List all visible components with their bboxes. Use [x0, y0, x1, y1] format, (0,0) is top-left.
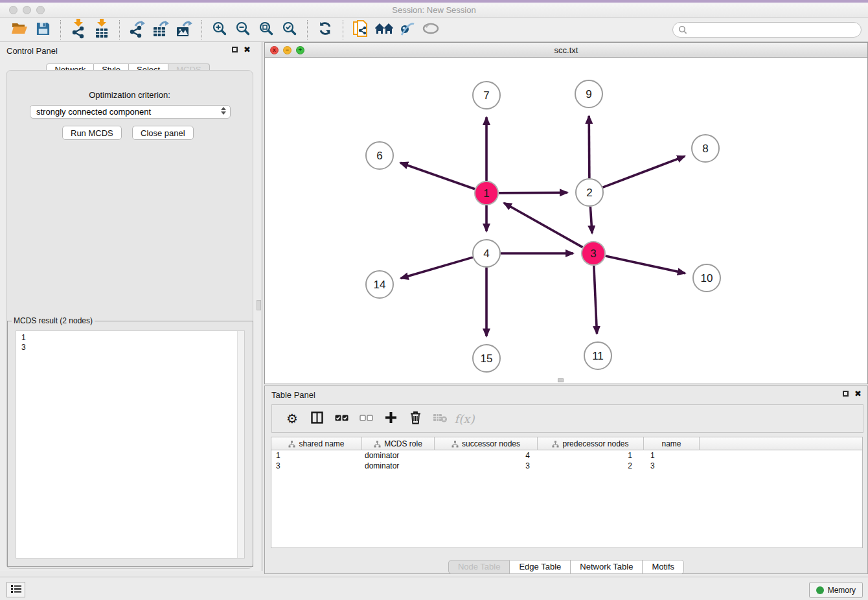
- sort-icon: [552, 441, 559, 448]
- dropdown-stepper-icon: [221, 107, 226, 115]
- open-session-button[interactable]: [8, 19, 31, 40]
- table-panel-title: Table Panel: [271, 390, 315, 400]
- delete-column-button[interactable]: [403, 408, 428, 430]
- column-label: name: [661, 439, 681, 448]
- zoom-fit-button[interactable]: [255, 19, 278, 40]
- toggle-graphics-details-button[interactable]: [419, 19, 442, 40]
- function-builder-button[interactable]: f(x): [452, 408, 477, 430]
- float-panel-icon[interactable]: [843, 391, 849, 397]
- refresh-view-button[interactable]: [314, 19, 337, 40]
- splitter-handle[interactable]: [257, 300, 261, 310]
- criterion-dropdown-value: strongly connected component: [36, 107, 151, 117]
- criterion-dropdown[interactable]: strongly connected component: [30, 105, 231, 119]
- mcds-result-scrollbar[interactable]: [237, 331, 244, 558]
- close-panel-icon[interactable]: ✖: [244, 46, 251, 53]
- tab-edge-table[interactable]: Edge Table: [510, 560, 571, 574]
- export-image-button[interactable]: [172, 19, 196, 40]
- close-panel-icon[interactable]: ✖: [854, 390, 862, 397]
- network-canvas[interactable]: 7968124314101511: [265, 58, 867, 384]
- trash-icon: [409, 411, 422, 426]
- fx-icon: f(x): [455, 412, 475, 426]
- column-header-predecessor-nodes[interactable]: predecessor nodes: [538, 437, 644, 450]
- zoom-selected-button[interactable]: [278, 19, 301, 40]
- graph-node-label: 3: [590, 248, 596, 260]
- select-all-button[interactable]: [329, 408, 354, 430]
- table-cell: 4: [435, 450, 538, 461]
- table-panel-tabs: Node TableEdge TableNetwork TableMotifs: [265, 560, 867, 574]
- delete-table-icon: [433, 413, 448, 425]
- hide-panels-button[interactable]: [396, 19, 419, 40]
- toolbar-separator: [119, 20, 120, 40]
- network-view-window: x − + scc.txt 7968124314101511: [264, 42, 868, 384]
- deselect-all-button[interactable]: [354, 408, 378, 430]
- gear-icon: ⚙: [286, 411, 298, 426]
- memory-status-icon: [816, 586, 824, 594]
- table-header-row: shared nameMCDS rolesuccessor nodesprede…: [271, 437, 862, 450]
- search-input[interactable]: [672, 22, 862, 38]
- graph-edge-3-11[interactable]: [594, 266, 597, 334]
- graph-edge-2-8[interactable]: [603, 156, 685, 187]
- table-panel-header: Table Panel ✖: [265, 386, 867, 403]
- export-network-button[interactable]: [126, 19, 149, 40]
- network-view-titlebar[interactable]: x − + scc.txt: [265, 43, 867, 58]
- graph-edge-2-3[interactable]: [590, 207, 592, 233]
- import-network-button[interactable]: [67, 19, 90, 40]
- save-session-button[interactable]: [31, 19, 54, 40]
- create-column-button[interactable]: [378, 408, 403, 430]
- unchecked-boxes-icon: [360, 414, 373, 424]
- table-cell: 3: [644, 461, 700, 471]
- mcds-panel: Optimization criterion: strongly connect…: [6, 70, 253, 569]
- graph-edge-1-6[interactable]: [400, 163, 475, 189]
- control-panel-title: Control Panel: [6, 46, 58, 56]
- network-view-title: scc.txt: [265, 45, 867, 55]
- graph-edge-3-1[interactable]: [504, 203, 582, 247]
- graph-edge-2-9[interactable]: [589, 116, 589, 178]
- column-header-name[interactable]: name: [644, 437, 700, 450]
- import-table-button[interactable]: [90, 19, 113, 40]
- run-mcds-button[interactable]: Run MCDS: [62, 126, 122, 140]
- graph-node-label: 1: [483, 187, 489, 200]
- eye-slash-icon: [399, 21, 416, 38]
- tab-motifs[interactable]: Motifs: [643, 560, 684, 574]
- show-columns-button[interactable]: [304, 408, 329, 430]
- panel-splitter[interactable]: [256, 42, 264, 571]
- zoom-out-button[interactable]: [231, 19, 255, 40]
- tab-node-table[interactable]: Node Table: [448, 560, 510, 574]
- graph-node-label: 4: [483, 248, 489, 260]
- toolbar-separator: [343, 20, 343, 40]
- new-network-view-button[interactable]: [349, 19, 372, 40]
- column-header-mcds-role[interactable]: MCDS role: [362, 437, 435, 450]
- graph-edge-1-2[interactable]: [499, 192, 567, 193]
- graph-edge-4-14[interactable]: [401, 257, 473, 278]
- export-image-icon: [176, 19, 193, 40]
- control-panel-header: Control Panel ✖: [0, 42, 256, 59]
- plus-icon: [385, 411, 397, 426]
- table-row[interactable]: 3dominator323: [271, 461, 862, 471]
- zoom-out-icon: [235, 21, 251, 38]
- column-header-successor-nodes[interactable]: successor nodes: [435, 437, 538, 450]
- columns-icon: [311, 411, 323, 426]
- sort-icon: [288, 441, 295, 448]
- graph-edge-3-10[interactable]: [606, 256, 685, 273]
- memory-button[interactable]: Memory: [809, 582, 863, 598]
- table-settings-button[interactable]: ⚙: [280, 408, 304, 430]
- show-all-panels-button[interactable]: [372, 19, 396, 40]
- zoom-in-button[interactable]: [208, 19, 231, 40]
- tab-network-table[interactable]: Network Table: [571, 560, 643, 574]
- toolbar-separator: [60, 20, 61, 40]
- mcds-result-list[interactable]: 1 3: [16, 330, 245, 559]
- list-icon: [10, 584, 22, 595]
- export-table-button[interactable]: [149, 19, 172, 40]
- delete-table-button[interactable]: [428, 408, 452, 430]
- optimization-criterion-label: Optimization criterion:: [6, 90, 253, 100]
- document-network-icon: [352, 19, 369, 40]
- network-scroll-handle[interactable]: [558, 378, 564, 382]
- save-icon: [36, 21, 51, 38]
- table-row[interactable]: 1dominator411: [271, 450, 862, 461]
- search-icon: [678, 25, 687, 37]
- task-history-button[interactable]: [6, 582, 25, 597]
- float-panel-icon[interactable]: [232, 47, 238, 52]
- sort-icon: [451, 441, 459, 448]
- close-panel-button[interactable]: Close panel: [132, 126, 194, 140]
- column-header-shared-name[interactable]: shared name: [271, 437, 362, 450]
